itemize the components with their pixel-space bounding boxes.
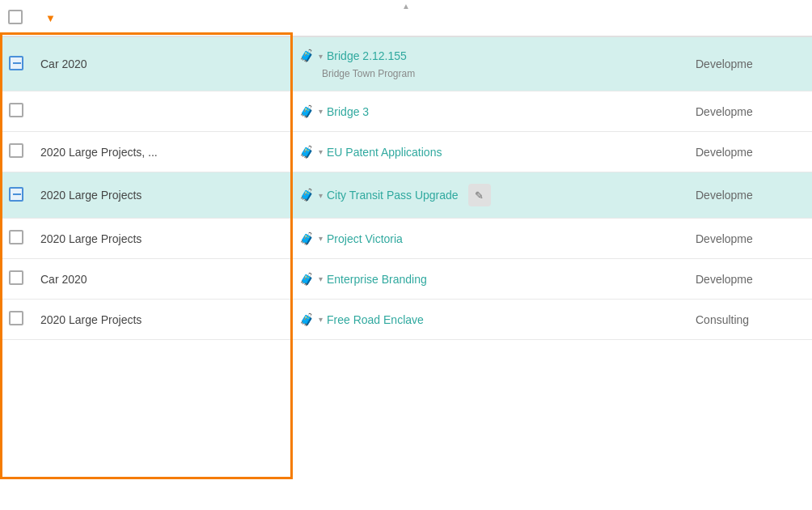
name-cell: 🧳▾EU Patent Applications	[291, 132, 687, 172]
table-row[interactable]: 🧳▾Bridge 3Developme	[0, 91, 812, 132]
portfolio-cell: Car 2020	[32, 259, 291, 300]
portfolio-name: 2020 Large Projects	[40, 313, 142, 326]
portfolio-name: Car 2020	[40, 57, 87, 70]
checkbox-minus[interactable]	[9, 187, 23, 202]
name-wrapper: 🧳▾Project Victoria	[299, 232, 679, 246]
portfolio-cell: 2020 Large Projects	[32, 172, 291, 219]
row-checkbox-cell	[0, 36, 32, 91]
name-wrapper: 🧳▾EU Patent Applications	[299, 145, 679, 159]
name-row: 🧳▾Free Road Enclave	[299, 312, 424, 327]
portfolio-cell: 2020 Large Projects	[32, 300, 291, 340]
chevron-icon[interactable]: ▾	[319, 52, 323, 61]
briefcase-icon: 🧳	[299, 312, 315, 327]
name-wrapper: 🧳▾Enterprise Branding	[299, 272, 679, 287]
main-table: ▼ Car 2020🧳▾Bridge 2.12.155Bridge Town P…	[0, 0, 812, 340]
header-name[interactable]	[291, 0, 687, 36]
chevron-icon[interactable]: ▾	[319, 315, 323, 324]
name-cell: 🧳▾Bridge 3	[291, 91, 687, 132]
checkbox-empty[interactable]	[9, 270, 23, 285]
portfolio-name: Car 2020	[40, 273, 87, 286]
table-row[interactable]: Car 2020🧳▾Bridge 2.12.155Bridge Town Pro…	[0, 36, 812, 91]
portfolio-cell: 2020 Large Projects	[32, 219, 291, 259]
chevron-icon[interactable]: ▾	[319, 234, 323, 243]
project-name-link[interactable]: EU Patent Applications	[327, 146, 442, 159]
name-wrapper: 🧳▾Bridge 3	[299, 104, 679, 119]
table-row[interactable]: 2020 Large Projects🧳▾City Transit Pass U…	[0, 172, 812, 219]
portfolio-cell	[32, 91, 291, 132]
header-checkbox-col	[0, 0, 32, 36]
project-type: Developme	[696, 189, 753, 202]
name-cell: 🧳▾Enterprise Branding	[291, 259, 687, 300]
briefcase-icon: 🧳	[299, 232, 315, 246]
name-wrapper: 🧳▾Free Road Enclave	[299, 312, 679, 327]
project-name-link[interactable]: Project Victoria	[327, 232, 403, 245]
type-cell: Developme	[687, 172, 812, 219]
project-type: Consulting	[696, 313, 749, 326]
table-wrapper: ▲ ▼ Car 2020🧳▾Bridge 2.12.155Bridge	[0, 0, 812, 510]
checkbox-empty[interactable]	[9, 143, 23, 158]
type-cell: Consulting	[687, 300, 812, 340]
type-cell: Developme	[687, 91, 812, 132]
portfolio-cell: 2020 Large Projects, ...	[32, 132, 291, 172]
header-portfolios[interactable]: ▼	[32, 0, 291, 36]
table-row[interactable]: 2020 Large Projects🧳▾Free Road EnclaveCo…	[0, 300, 812, 340]
row-checkbox-cell	[0, 91, 32, 132]
sort-arrow: ▲	[400, 0, 412, 12]
project-type: Developme	[696, 105, 753, 118]
portfolio-name: 2020 Large Projects, ...	[40, 146, 158, 159]
table-row[interactable]: 2020 Large Projects, ...🧳▾EU Patent Appl…	[0, 132, 812, 172]
project-type: Developme	[696, 57, 753, 70]
briefcase-icon: 🧳	[299, 104, 315, 119]
portfolio-name: 2020 Large Projects	[40, 189, 142, 202]
row-checkbox-cell	[0, 219, 32, 259]
row-checkbox-cell	[0, 300, 32, 340]
project-name-link[interactable]: City Transit Pass Upgrade	[327, 189, 459, 202]
row-checkbox-cell	[0, 172, 32, 219]
project-name-link[interactable]: Bridge 2.12.155	[327, 49, 407, 62]
briefcase-icon: 🧳	[299, 272, 315, 287]
chevron-icon[interactable]: ▾	[319, 107, 323, 116]
table-row[interactable]: 2020 Large Projects🧳▾Project VictoriaDev…	[0, 219, 812, 259]
name-row: 🧳▾Bridge 2.12.155	[299, 49, 407, 63]
chevron-icon[interactable]: ▾	[319, 147, 323, 156]
edit-icon-button[interactable]: ✎	[468, 184, 491, 206]
name-cell: 🧳▾Free Road Enclave	[291, 300, 687, 340]
project-type: Developme	[696, 232, 753, 245]
header-type[interactable]	[687, 0, 812, 36]
table-row[interactable]: Car 2020🧳▾Enterprise BrandingDevelopme	[0, 259, 812, 300]
project-name-link[interactable]: Free Road Enclave	[327, 313, 424, 326]
project-type: Developme	[696, 146, 753, 159]
type-cell: Developme	[687, 219, 812, 259]
briefcase-icon: 🧳	[299, 49, 315, 63]
filter-icon[interactable]: ▼	[45, 12, 56, 24]
name-row: 🧳▾Project Victoria	[299, 232, 403, 246]
type-cell: Developme	[687, 36, 812, 91]
row-checkbox-cell	[0, 259, 32, 300]
name-wrapper: 🧳▾Bridge 2.12.155Bridge Town Program	[299, 49, 679, 79]
type-cell: Developme	[687, 259, 812, 300]
name-cell: 🧳▾Project Victoria	[291, 219, 687, 259]
name-wrapper: 🧳▾City Transit Pass Upgrade✎	[299, 184, 679, 206]
project-type: Developme	[696, 273, 753, 286]
name-row: 🧳▾Enterprise Branding	[299, 272, 427, 287]
checkbox-empty[interactable]	[9, 103, 23, 117]
header-checkbox[interactable]	[8, 10, 23, 24]
briefcase-icon: 🧳	[299, 188, 315, 202]
name-cell: 🧳▾Bridge 2.12.155Bridge Town Program	[291, 36, 687, 91]
row-checkbox-cell	[0, 132, 32, 172]
checkbox-empty[interactable]	[9, 311, 23, 325]
portfolio-name: 2020 Large Projects	[40, 232, 142, 245]
project-name-link[interactable]: Enterprise Branding	[327, 273, 427, 286]
name-cell: 🧳▾City Transit Pass Upgrade✎	[291, 172, 687, 219]
checkbox-empty[interactable]	[9, 230, 23, 244]
name-row: 🧳▾City Transit Pass Upgrade✎	[299, 184, 491, 206]
name-row: 🧳▾EU Patent Applications	[299, 145, 442, 159]
checkbox-minus[interactable]	[9, 56, 23, 70]
chevron-icon[interactable]: ▾	[319, 274, 323, 283]
project-sub-name: Bridge Town Program	[322, 68, 415, 79]
project-name-link[interactable]: Bridge 3	[327, 105, 369, 118]
portfolio-cell: Car 2020	[32, 36, 291, 91]
briefcase-icon: 🧳	[299, 145, 315, 159]
name-row: 🧳▾Bridge 3	[299, 104, 369, 119]
chevron-icon[interactable]: ▾	[319, 191, 323, 200]
